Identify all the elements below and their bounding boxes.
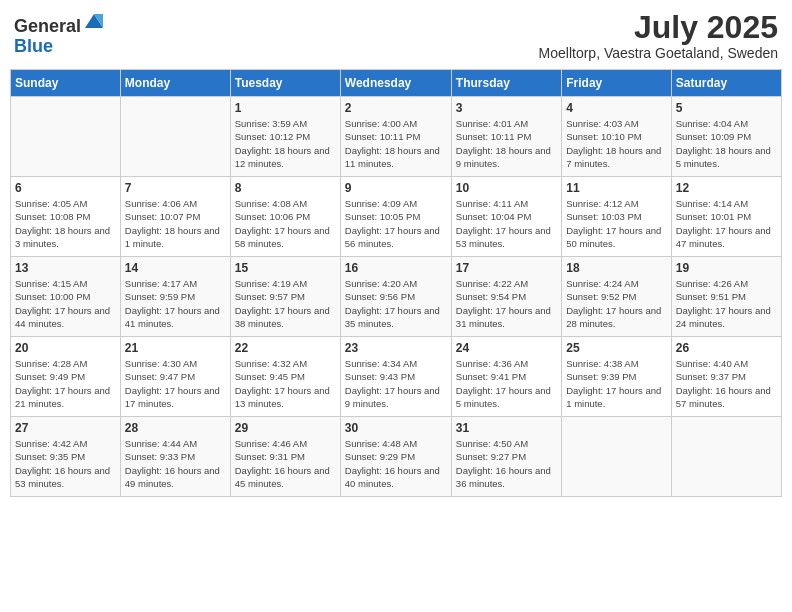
- calendar-cell: 29Sunrise: 4:46 AM Sunset: 9:31 PM Dayli…: [230, 417, 340, 497]
- calendar-table: SundayMondayTuesdayWednesdayThursdayFrid…: [10, 69, 782, 497]
- logo-line2: Blue: [14, 37, 105, 57]
- day-header-tuesday: Tuesday: [230, 70, 340, 97]
- day-detail: Sunrise: 4:34 AM Sunset: 9:43 PM Dayligh…: [345, 357, 447, 410]
- day-detail: Sunrise: 4:44 AM Sunset: 9:33 PM Dayligh…: [125, 437, 226, 490]
- day-number: 11: [566, 181, 666, 195]
- day-detail: Sunrise: 4:46 AM Sunset: 9:31 PM Dayligh…: [235, 437, 336, 490]
- calendar-cell: 8Sunrise: 4:08 AM Sunset: 10:06 PM Dayli…: [230, 177, 340, 257]
- day-number: 3: [456, 101, 557, 115]
- calendar-cell: 24Sunrise: 4:36 AM Sunset: 9:41 PM Dayli…: [451, 337, 561, 417]
- day-detail: Sunrise: 4:15 AM Sunset: 10:00 PM Daylig…: [15, 277, 116, 330]
- calendar-cell: [671, 417, 781, 497]
- day-number: 4: [566, 101, 666, 115]
- day-detail: Sunrise: 4:12 AM Sunset: 10:03 PM Daylig…: [566, 197, 666, 250]
- day-detail: Sunrise: 4:26 AM Sunset: 9:51 PM Dayligh…: [676, 277, 777, 330]
- day-number: 8: [235, 181, 336, 195]
- day-detail: Sunrise: 4:40 AM Sunset: 9:37 PM Dayligh…: [676, 357, 777, 410]
- day-number: 15: [235, 261, 336, 275]
- day-number: 5: [676, 101, 777, 115]
- day-number: 27: [15, 421, 116, 435]
- day-number: 14: [125, 261, 226, 275]
- day-detail: Sunrise: 4:42 AM Sunset: 9:35 PM Dayligh…: [15, 437, 116, 490]
- day-header-thursday: Thursday: [451, 70, 561, 97]
- calendar-cell: 17Sunrise: 4:22 AM Sunset: 9:54 PM Dayli…: [451, 257, 561, 337]
- day-number: 24: [456, 341, 557, 355]
- page-header: General Blue July 2025 Moelltorp, Vaestr…: [10, 10, 782, 61]
- calendar-cell: 15Sunrise: 4:19 AM Sunset: 9:57 PM Dayli…: [230, 257, 340, 337]
- calendar-cell: 14Sunrise: 4:17 AM Sunset: 9:59 PM Dayli…: [120, 257, 230, 337]
- calendar-cell: 21Sunrise: 4:30 AM Sunset: 9:47 PM Dayli…: [120, 337, 230, 417]
- day-detail: Sunrise: 4:08 AM Sunset: 10:06 PM Daylig…: [235, 197, 336, 250]
- calendar-cell: 18Sunrise: 4:24 AM Sunset: 9:52 PM Dayli…: [562, 257, 671, 337]
- calendar-cell: 30Sunrise: 4:48 AM Sunset: 9:29 PM Dayli…: [340, 417, 451, 497]
- week-row-4: 20Sunrise: 4:28 AM Sunset: 9:49 PM Dayli…: [11, 337, 782, 417]
- calendar-cell: 25Sunrise: 4:38 AM Sunset: 9:39 PM Dayli…: [562, 337, 671, 417]
- day-header-monday: Monday: [120, 70, 230, 97]
- day-detail: Sunrise: 4:24 AM Sunset: 9:52 PM Dayligh…: [566, 277, 666, 330]
- day-detail: Sunrise: 4:03 AM Sunset: 10:10 PM Daylig…: [566, 117, 666, 170]
- day-detail: Sunrise: 4:01 AM Sunset: 10:11 PM Daylig…: [456, 117, 557, 170]
- day-number: 6: [15, 181, 116, 195]
- location-title: Moelltorp, Vaestra Goetaland, Sweden: [539, 45, 778, 61]
- day-number: 28: [125, 421, 226, 435]
- calendar-cell: 27Sunrise: 4:42 AM Sunset: 9:35 PM Dayli…: [11, 417, 121, 497]
- calendar-cell: [562, 417, 671, 497]
- day-detail: Sunrise: 4:38 AM Sunset: 9:39 PM Dayligh…: [566, 357, 666, 410]
- day-detail: Sunrise: 4:36 AM Sunset: 9:41 PM Dayligh…: [456, 357, 557, 410]
- month-title: July 2025: [539, 10, 778, 45]
- calendar-cell: 28Sunrise: 4:44 AM Sunset: 9:33 PM Dayli…: [120, 417, 230, 497]
- week-row-1: 1Sunrise: 3:59 AM Sunset: 10:12 PM Dayli…: [11, 97, 782, 177]
- day-number: 7: [125, 181, 226, 195]
- day-number: 30: [345, 421, 447, 435]
- day-number: 26: [676, 341, 777, 355]
- logo-line1: General: [14, 10, 105, 37]
- calendar-cell: 23Sunrise: 4:34 AM Sunset: 9:43 PM Dayli…: [340, 337, 451, 417]
- day-number: 29: [235, 421, 336, 435]
- title-block: July 2025 Moelltorp, Vaestra Goetaland, …: [539, 10, 778, 61]
- day-detail: Sunrise: 4:17 AM Sunset: 9:59 PM Dayligh…: [125, 277, 226, 330]
- day-number: 13: [15, 261, 116, 275]
- day-detail: Sunrise: 4:22 AM Sunset: 9:54 PM Dayligh…: [456, 277, 557, 330]
- calendar-body: 1Sunrise: 3:59 AM Sunset: 10:12 PM Dayli…: [11, 97, 782, 497]
- day-number: 10: [456, 181, 557, 195]
- calendar-cell: 16Sunrise: 4:20 AM Sunset: 9:56 PM Dayli…: [340, 257, 451, 337]
- calendar-cell: 6Sunrise: 4:05 AM Sunset: 10:08 PM Dayli…: [11, 177, 121, 257]
- day-header-wednesday: Wednesday: [340, 70, 451, 97]
- calendar-cell: 7Sunrise: 4:06 AM Sunset: 10:07 PM Dayli…: [120, 177, 230, 257]
- day-number: 16: [345, 261, 447, 275]
- day-number: 19: [676, 261, 777, 275]
- logo: General Blue: [14, 10, 105, 57]
- calendar-cell: 9Sunrise: 4:09 AM Sunset: 10:05 PM Dayli…: [340, 177, 451, 257]
- day-number: 9: [345, 181, 447, 195]
- day-detail: Sunrise: 4:30 AM Sunset: 9:47 PM Dayligh…: [125, 357, 226, 410]
- calendar-cell: [120, 97, 230, 177]
- week-row-5: 27Sunrise: 4:42 AM Sunset: 9:35 PM Dayli…: [11, 417, 782, 497]
- calendar-cell: 11Sunrise: 4:12 AM Sunset: 10:03 PM Dayl…: [562, 177, 671, 257]
- calendar-cell: 31Sunrise: 4:50 AM Sunset: 9:27 PM Dayli…: [451, 417, 561, 497]
- calendar-cell: 19Sunrise: 4:26 AM Sunset: 9:51 PM Dayli…: [671, 257, 781, 337]
- calendar-cell: 1Sunrise: 3:59 AM Sunset: 10:12 PM Dayli…: [230, 97, 340, 177]
- day-number: 1: [235, 101, 336, 115]
- day-detail: Sunrise: 4:05 AM Sunset: 10:08 PM Daylig…: [15, 197, 116, 250]
- day-header-sunday: Sunday: [11, 70, 121, 97]
- calendar-cell: 22Sunrise: 4:32 AM Sunset: 9:45 PM Dayli…: [230, 337, 340, 417]
- day-detail: Sunrise: 4:11 AM Sunset: 10:04 PM Daylig…: [456, 197, 557, 250]
- day-number: 12: [676, 181, 777, 195]
- calendar-cell: 4Sunrise: 4:03 AM Sunset: 10:10 PM Dayli…: [562, 97, 671, 177]
- day-detail: Sunrise: 4:19 AM Sunset: 9:57 PM Dayligh…: [235, 277, 336, 330]
- day-number: 18: [566, 261, 666, 275]
- calendar-cell: 5Sunrise: 4:04 AM Sunset: 10:09 PM Dayli…: [671, 97, 781, 177]
- day-detail: Sunrise: 3:59 AM Sunset: 10:12 PM Daylig…: [235, 117, 336, 170]
- day-detail: Sunrise: 4:14 AM Sunset: 10:01 PM Daylig…: [676, 197, 777, 250]
- day-number: 23: [345, 341, 447, 355]
- calendar-cell: 13Sunrise: 4:15 AM Sunset: 10:00 PM Dayl…: [11, 257, 121, 337]
- day-detail: Sunrise: 4:50 AM Sunset: 9:27 PM Dayligh…: [456, 437, 557, 490]
- logo-blue: Blue: [14, 36, 53, 56]
- calendar-cell: [11, 97, 121, 177]
- calendar-header-row: SundayMondayTuesdayWednesdayThursdayFrid…: [11, 70, 782, 97]
- day-number: 22: [235, 341, 336, 355]
- day-detail: Sunrise: 4:28 AM Sunset: 9:49 PM Dayligh…: [15, 357, 116, 410]
- day-detail: Sunrise: 4:32 AM Sunset: 9:45 PM Dayligh…: [235, 357, 336, 410]
- logo-general: General: [14, 16, 81, 36]
- day-detail: Sunrise: 4:20 AM Sunset: 9:56 PM Dayligh…: [345, 277, 447, 330]
